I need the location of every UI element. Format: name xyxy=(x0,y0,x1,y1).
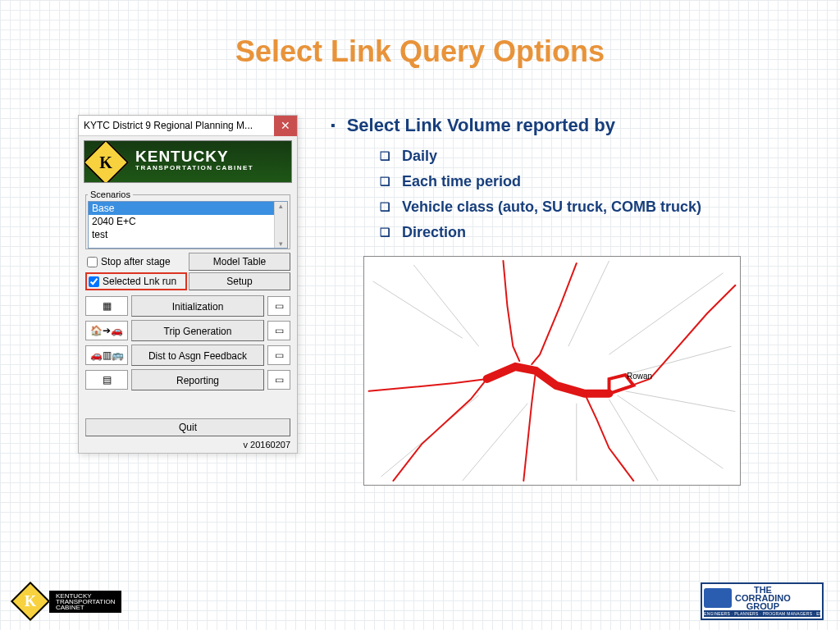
scenarios-legend: Scenarios xyxy=(88,189,133,199)
stage-out-icon: ▭ xyxy=(267,345,290,365)
scroll-down-icon: ▾ xyxy=(279,240,283,248)
initialization-icon: ▦ xyxy=(85,296,128,316)
dist-asgn-icon: 🚗▥🚌 xyxy=(85,345,128,365)
dialog-titlebar: KYTC District 9 Regional Planning M... ✕ xyxy=(79,116,297,136)
close-icon: ✕ xyxy=(281,119,290,132)
model-dialog: KYTC District 9 Regional Planning M... ✕… xyxy=(78,115,298,454)
scenario-item[interactable]: Base xyxy=(89,202,287,215)
scroll-up-icon: ▴ xyxy=(279,202,283,210)
dist-asgn-feedback-button[interactable]: Dist to Asgn Feedback xyxy=(131,345,264,366)
model-table-button[interactable]: Model Table xyxy=(189,253,290,271)
route-sign-icon xyxy=(11,582,50,621)
checkbox-icon xyxy=(87,257,98,267)
scenario-item[interactable]: 2040 E+C xyxy=(89,215,287,228)
close-button[interactable]: ✕ xyxy=(274,116,297,136)
dialog-title: KYTC District 9 Regional Planning M... xyxy=(79,120,271,131)
option-item: Each time period xyxy=(380,173,807,190)
options-list: Daily Each time period Vehicle class (au… xyxy=(380,148,807,241)
scrollbar[interactable]: ▴ ▾ xyxy=(274,202,287,248)
trip-generation-icon: 🏠➔🚗 xyxy=(85,321,128,340)
option-item: Daily xyxy=(380,148,807,165)
banner-line1: KENTUCKY xyxy=(135,149,253,164)
trip-generation-button[interactable]: Trip Generation xyxy=(131,320,264,341)
initialization-button[interactable]: Initialization xyxy=(131,295,264,317)
reporting-button[interactable]: Reporting xyxy=(131,369,264,390)
stage-out-icon: ▭ xyxy=(267,321,290,340)
selected-link-run-checkbox[interactable]: Selected Lnk run xyxy=(85,272,187,290)
corradino-name: THE CORRADINO GROUP xyxy=(735,586,791,610)
right-panel: Select Link Volume reported by Daily Eac… xyxy=(298,115,807,486)
checkbox-label: Selected Lnk run xyxy=(103,276,176,287)
banner-text: KENTUCKY TRANSPORTATION CABINET xyxy=(135,149,253,171)
checkbox-label: Stop after stage xyxy=(101,256,171,267)
banner-line2: TRANSPORTATION CABINET xyxy=(135,164,253,171)
option-item: Vehicle class (auto, SU truck, COMB truc… xyxy=(380,199,807,216)
corradino-tagline: ENGINEERS · PLANNERS · PROGRAM MANAGERS … xyxy=(704,610,820,617)
kytc-logo-text: KENTUCKY TRANSPORTATION CABINET xyxy=(49,591,121,613)
map-county-label: Rowan xyxy=(627,372,652,381)
checkbox-icon xyxy=(89,276,99,287)
agency-banner: KENTUCKY TRANSPORTATION CABINET xyxy=(84,140,292,183)
panel-heading: Select Link Volume reported by xyxy=(331,115,807,136)
option-item: Direction xyxy=(380,224,807,241)
stop-after-stage-checkbox[interactable]: Stop after stage xyxy=(85,253,187,271)
network-map: Rowan xyxy=(363,256,741,486)
stage-out-icon: ▭ xyxy=(267,296,290,316)
content-area: KYTC District 9 Regional Planning M... ✕… xyxy=(78,115,807,486)
logo-line: CABINET xyxy=(56,605,115,610)
scenario-item[interactable]: test xyxy=(89,228,287,241)
scenarios-listbox[interactable]: Base 2040 E+C test ▴ ▾ xyxy=(88,201,288,249)
scenarios-fieldset: Scenarios Base 2040 E+C test ▴ ▾ xyxy=(85,189,290,249)
setup-button[interactable]: Setup xyxy=(189,272,290,290)
stage-out-icon: ▭ xyxy=(267,370,290,390)
logo-line: GROUP xyxy=(735,602,791,610)
quit-button[interactable]: Quit xyxy=(85,418,290,436)
version-label: v 20160207 xyxy=(79,438,297,453)
reporting-icon: ▤ xyxy=(85,370,128,390)
corradino-logo: THE CORRADINO GROUP ENGINEERS · PLANNERS… xyxy=(701,582,824,620)
kytc-logo: KENTUCKY TRANSPORTATION CABINET xyxy=(16,582,121,620)
slide-title: Select Link Query Options xyxy=(0,0,840,69)
footer: KENTUCKY TRANSPORTATION CABINET THE CORR… xyxy=(0,582,840,620)
globe-icon xyxy=(704,588,732,608)
route-sign-icon xyxy=(84,140,129,183)
